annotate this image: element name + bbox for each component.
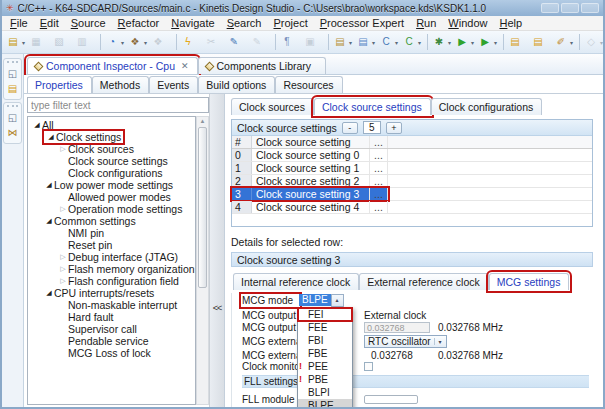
close-icon[interactable]: ✕: [181, 61, 189, 71]
menu-item[interactable]: Help: [493, 16, 528, 30]
row-more-button[interactable]: ...: [370, 188, 388, 200]
minimize-button[interactable]: [541, 3, 559, 13]
combo-dropdown-button[interactable]: ▴: [331, 294, 344, 307]
save-all-icon[interactable]: ▧: [51, 33, 74, 51]
tree-item[interactable]: Allowed power modes: [28, 191, 195, 203]
oscillator-select[interactable]: RTC oscillator ▾: [364, 335, 447, 348]
drag-handle[interactable]: [7, 61, 18, 64]
tree-expander-icon[interactable]: ▷: [58, 251, 68, 263]
toolbar-separator[interactable]: [327, 33, 330, 51]
tree-item[interactable]: Hard fault: [28, 311, 195, 323]
collapse-panel-button[interactable]: <<: [213, 303, 222, 313]
tree-item[interactable]: MCG Loss of lock: [28, 347, 195, 359]
add-setting-button[interactable]: +: [386, 122, 402, 134]
project-folder-icon[interactable]: ▤: [5, 82, 21, 96]
drag-handle[interactable]: [7, 105, 18, 108]
tree-item[interactable]: ▷ Flash memory organization: [28, 263, 195, 275]
toolbar-separator[interactable]: [274, 33, 277, 51]
save-icon[interactable]: ▦: [28, 33, 51, 51]
clock-tab[interactable]: Clock sources: [231, 98, 314, 115]
detail-tab[interactable]: External reference clock: [359, 273, 489, 290]
detail-tab[interactable]: MCG settings: [489, 273, 570, 290]
menu-item[interactable]: Refactor: [112, 16, 166, 30]
clock-tab[interactable]: Clock configurations: [431, 98, 543, 115]
mcg-mode-combo[interactable]: BLPE ▴ FEI: [299, 294, 344, 307]
new-class-icon[interactable]: ▤ ▾: [355, 33, 378, 51]
link-editor-icon[interactable]: ⋈: [5, 126, 21, 140]
tree-item[interactable]: Reset pin: [28, 239, 195, 251]
menu-item[interactable]: Navigate: [165, 16, 220, 30]
tree-expander-icon[interactable]: ▷: [58, 275, 68, 287]
row-more-button[interactable]: ...: [370, 175, 388, 187]
row-more-button[interactable]: ...: [370, 201, 388, 213]
scroll-up-icon[interactable]: ▲: [200, 117, 206, 126]
open-resource-icon[interactable]: ▤: [530, 33, 553, 51]
dropdown-item[interactable]: BLPE: [298, 399, 352, 409]
dropdown-item[interactable]: ! PBE: [298, 373, 352, 386]
run-icon[interactable]: ▶ ▾: [454, 33, 477, 51]
editor-tab[interactable]: Components Library: [198, 57, 327, 74]
dropdown-item[interactable]: FBI: [298, 334, 352, 347]
tree-expander-icon[interactable]: ◢: [44, 287, 54, 299]
toolbar-separator[interactable]: [578, 33, 581, 51]
tree-item[interactable]: Pendable service: [28, 335, 195, 347]
toolbar-separator[interactable]: [426, 33, 429, 51]
fll-module-field[interactable]: [364, 395, 418, 404]
tree-item[interactable]: ▷ Debug interface (JTAG): [28, 251, 195, 263]
tree-expander-icon[interactable]: ◢: [44, 215, 54, 227]
tree-item[interactable]: ◢ Low power mode settings: [28, 179, 195, 191]
clock-tab[interactable]: Clock source settings: [314, 98, 431, 115]
table-row[interactable]: 3 Clock source setting 3 ...: [232, 188, 592, 201]
select-tool-icon[interactable]: ✎: [226, 33, 249, 51]
clock-monitor-checkbox[interactable]: [364, 362, 373, 371]
build-all-icon[interactable]: ❖: [150, 33, 173, 51]
open-folder-icon[interactable]: ▤: [507, 33, 530, 51]
block-selection-icon[interactable]: ▣: [302, 33, 325, 51]
detail-tab[interactable]: Internal reference clock: [233, 273, 359, 290]
toolbar-separator[interactable]: [175, 33, 178, 51]
table-row[interactable]: 2 Clock source setting 2 ...: [232, 175, 592, 188]
tree-item[interactable]: ◢ CPU interrupts/resets: [28, 287, 195, 299]
dropdown-item[interactable]: FBE: [298, 347, 352, 360]
dropdown-item[interactable]: FEE: [298, 321, 352, 334]
tree-item[interactable]: NMI pin: [28, 227, 195, 239]
tree-expander-icon[interactable]: ◢: [32, 119, 42, 131]
maximize-button[interactable]: [561, 3, 579, 13]
tree-item[interactable]: ▷ Flash configuration field: [28, 275, 195, 287]
menu-item[interactable]: Project: [268, 16, 314, 30]
c-build-icon[interactable]: C ▾: [401, 33, 424, 51]
table-row[interactable]: 0 Clock source setting 0 ...: [232, 149, 592, 162]
toolbar-separator[interactable]: [502, 33, 505, 51]
menu-item[interactable]: Source: [65, 16, 112, 30]
dropdown-item[interactable]: FEI: [298, 308, 352, 321]
view-tab[interactable]: Events: [149, 76, 198, 93]
tree-expander-icon[interactable]: ◢: [44, 179, 54, 191]
row-more-button[interactable]: ...: [370, 149, 388, 161]
tree-expander-icon[interactable]: ▷: [58, 203, 68, 215]
menu-item[interactable]: File: [4, 16, 34, 30]
scrollbar-thumb[interactable]: [198, 127, 207, 288]
build-icon[interactable]: ❖ ▾: [127, 33, 150, 51]
view-tab[interactable]: Resources: [275, 76, 342, 93]
tree-expander-icon[interactable]: ▷: [58, 143, 68, 155]
debug-icon[interactable]: ✱ ▾: [431, 33, 454, 51]
tree-item[interactable]: ◢ Common settings: [28, 215, 195, 227]
debug-config-icon[interactable]: ◔ ▾: [104, 33, 127, 51]
filter-input[interactable]: [27, 97, 209, 113]
tree-expander-icon[interactable]: ▷: [58, 263, 68, 275]
tree-item[interactable]: ▷ Operation mode settings: [28, 203, 195, 215]
restore-view-icon[interactable]: ◱: [5, 67, 21, 81]
dropdown-item[interactable]: BLPI: [298, 386, 352, 399]
editor-tab[interactable]: Component Inspector - Cpu ✕: [27, 57, 198, 74]
view-tab[interactable]: Properties: [27, 76, 92, 93]
restore-view-icon[interactable]: ◱: [5, 111, 21, 125]
show-whitespace-icon[interactable]: ¶: [279, 33, 302, 51]
menu-item[interactable]: Processor Expert: [314, 16, 410, 30]
flash-programmer-icon[interactable]: ϟ: [180, 33, 203, 51]
view-tab[interactable]: Build options: [198, 76, 275, 93]
menu-item[interactable]: Run: [410, 16, 442, 30]
view-tab[interactable]: Methods: [92, 76, 149, 93]
external-tools-icon[interactable]: ▶ ▾: [477, 33, 500, 51]
remove-setting-button[interactable]: -: [342, 122, 358, 134]
tree-scrollbar[interactable]: ▲: [196, 116, 209, 405]
